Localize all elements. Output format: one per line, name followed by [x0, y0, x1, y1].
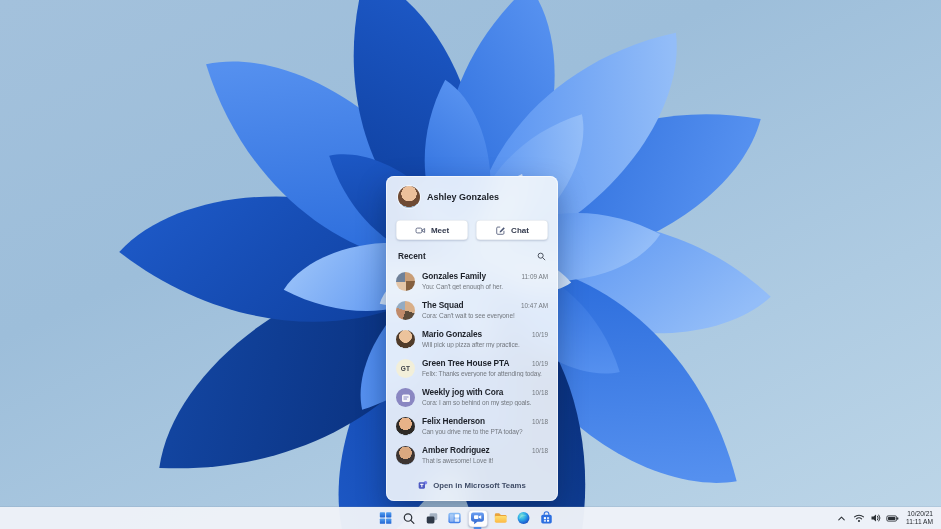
chat-name: The Squad — [422, 300, 464, 310]
chat-button[interactable]: Chat — [476, 220, 548, 240]
microsoft-edge-button[interactable] — [514, 510, 533, 527]
tray-date: 10/20/21 — [906, 510, 933, 518]
tray-time: 11:11 AM — [906, 518, 933, 526]
teams-logo-icon — [418, 480, 428, 490]
chat-button-label: Chat — [511, 226, 529, 235]
meet-button[interactable]: Meet — [396, 220, 468, 240]
chat-name: Green Tree House PTA — [422, 358, 509, 368]
meet-button-label: Meet — [431, 226, 449, 235]
user-avatar — [398, 186, 420, 208]
chat-item-green-tree-house-pta[interactable]: GT Green Tree House PTA 10/19 Felix: Tha… — [386, 354, 558, 383]
chat-preview: You: Can't get enough of her. — [422, 283, 548, 290]
recent-chat-list: Gonzales Family 11:09 AM You: Can't get … — [386, 264, 558, 472]
person-avatar — [396, 417, 415, 436]
search-icon[interactable] — [537, 252, 546, 261]
file-explorer-icon — [494, 511, 508, 525]
chat-item-amber-rodriguez[interactable]: Amber Rodriguez 10/18 That is awesome! L… — [386, 441, 558, 470]
chat-item-body: Green Tree House PTA 10/19 Felix: Thanks… — [422, 358, 548, 377]
group-avatar — [396, 301, 415, 320]
chat-item-weekly-jog-with-cora[interactable]: Weekly jog with Cora 10/18 Cora: I am so… — [386, 383, 558, 412]
chat-name: Weekly jog with Cora — [422, 387, 503, 397]
person-avatar — [396, 446, 415, 465]
initials-avatar: GT — [396, 359, 415, 378]
start-button[interactable] — [376, 510, 395, 527]
chat-time: 10:47 AM — [521, 302, 548, 309]
widgets-button[interactable] — [445, 510, 464, 527]
task-view-button[interactable] — [422, 510, 441, 527]
chat-preview: Cora: I am so behind on my step goals. — [422, 399, 548, 406]
action-buttons-row: Meet Chat — [386, 212, 558, 242]
journal-icon — [401, 393, 411, 403]
chat-item-body: Amber Rodriguez 10/18 That is awesome! L… — [422, 445, 548, 464]
chat-preview: Felix: Thanks everyone for attending tod… — [422, 370, 548, 377]
chat-name: Felix Henderson — [422, 416, 485, 426]
chat-preview: Will pick up pizza after my practice. — [422, 341, 548, 348]
chat-time: 10/19 — [532, 360, 548, 367]
wifi-icon[interactable] — [851, 511, 866, 526]
compose-icon — [495, 225, 506, 236]
chat-preview: That is awesome! Love it! — [422, 457, 548, 464]
chat-preview: Cora: Can't wait to see everyone! — [422, 312, 548, 319]
file-explorer-button[interactable] — [491, 510, 510, 527]
open-in-teams-label: Open in Microsoft Teams — [433, 481, 526, 490]
hidden-icons-chevron[interactable] — [834, 511, 849, 526]
taskbar-center-buttons — [376, 507, 556, 529]
battery-icon[interactable] — [885, 511, 900, 526]
teams-chat-flyout: Ashley Gonzales Meet Chat Recent — [386, 176, 558, 501]
search-button[interactable] — [399, 510, 418, 527]
taskbar-clock[interactable]: 10/20/21 11:11 AM — [902, 510, 938, 526]
chat-name: Mario Gonzales — [422, 329, 482, 339]
chat-time: 10/18 — [532, 389, 548, 396]
chat-time: 11:09 AM — [521, 273, 548, 280]
recent-header-row: Recent — [386, 242, 558, 264]
chat-time: 10/19 — [532, 331, 548, 338]
chat-item-body: Felix Henderson 10/18 Can you drive me t… — [422, 416, 548, 435]
person-avatar — [396, 330, 415, 349]
edge-icon — [517, 511, 531, 525]
chat-item-body: Weekly jog with Cora 10/18 Cora: I am so… — [422, 387, 548, 406]
user-name: Ashley Gonzales — [427, 192, 499, 202]
chat-item-mario-gonzales[interactable]: Mario Gonzales 10/19 Will pick up pizza … — [386, 325, 558, 354]
chat-preview: Can you drive me to the PTA today? — [422, 428, 548, 435]
video-camera-icon — [415, 225, 426, 236]
microsoft-store-icon — [540, 511, 554, 525]
group-avatar — [396, 272, 415, 291]
chat-name: Amber Rodriguez — [422, 445, 490, 455]
windows-logo-icon — [379, 511, 393, 525]
microsoft-store-button[interactable] — [537, 510, 556, 527]
journal-icon-avatar — [396, 388, 415, 407]
chat-item-body: Gonzales Family 11:09 AM You: Can't get … — [422, 271, 548, 290]
chat-name: Gonzales Family — [422, 271, 486, 281]
teams-chat-icon — [471, 511, 485, 525]
flyout-header[interactable]: Ashley Gonzales — [386, 176, 558, 212]
volume-icon[interactable] — [868, 511, 883, 526]
search-icon — [402, 512, 415, 525]
chat-item-the-squad[interactable]: The Squad 10:47 AM Cora: Can't wait to s… — [386, 296, 558, 325]
taskbar: 10/20/21 11:11 AM — [0, 507, 941, 529]
chat-item-body: Mario Gonzales 10/19 Will pick up pizza … — [422, 329, 548, 348]
chat-item-felix-henderson[interactable]: Felix Henderson 10/18 Can you drive me t… — [386, 412, 558, 441]
task-view-icon — [425, 512, 438, 525]
widgets-icon — [448, 511, 462, 525]
chat-time: 10/18 — [532, 418, 548, 425]
system-tray: 10/20/21 11:11 AM — [834, 507, 938, 529]
chat-time: 10/18 — [532, 447, 548, 454]
open-in-teams-link[interactable]: Open in Microsoft Teams — [386, 472, 558, 501]
desktop: Ashley Gonzales Meet Chat Recent — [0, 0, 941, 529]
chat-button-taskbar[interactable] — [468, 510, 487, 527]
chat-item-body: The Squad 10:47 AM Cora: Can't wait to s… — [422, 300, 548, 319]
recent-label: Recent — [398, 251, 426, 261]
chat-item-gonzales-family[interactable]: Gonzales Family 11:09 AM You: Can't get … — [386, 267, 558, 296]
